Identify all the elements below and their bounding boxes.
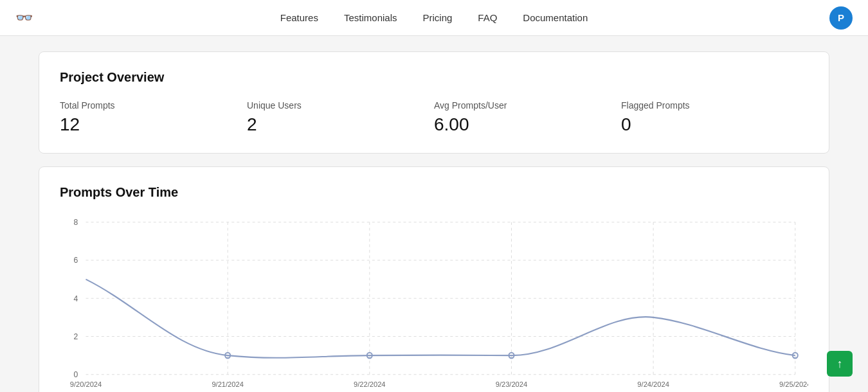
nav-documentation[interactable]: Documentation bbox=[523, 12, 588, 23]
main-content: Project Overview Total Prompts 12 Unique… bbox=[0, 36, 868, 392]
svg-text:9/21/2024: 9/21/2024 bbox=[212, 380, 244, 388]
nav-faq[interactable]: FAQ bbox=[478, 12, 497, 23]
chart-card: Prompts Over Time bbox=[39, 166, 829, 392]
navbar: 👓 Features Testimonials Pricing FAQ Docu… bbox=[0, 0, 868, 36]
stat-unique-users-value: 2 bbox=[247, 114, 434, 135]
nav-features[interactable]: Features bbox=[280, 12, 318, 23]
svg-text:9/24/2024: 9/24/2024 bbox=[637, 380, 669, 388]
svg-text:9/20/2024: 9/20/2024 bbox=[70, 380, 102, 388]
overview-title: Project Overview bbox=[60, 70, 808, 85]
svg-text:0: 0 bbox=[74, 370, 78, 379]
svg-text:2: 2 bbox=[74, 332, 78, 341]
stat-avg-prompts-label: Avg Prompts/User bbox=[434, 100, 621, 111]
overview-card: Project Overview Total Prompts 12 Unique… bbox=[39, 51, 829, 154]
logo: 👓 bbox=[15, 11, 33, 25]
svg-text:9/23/2024: 9/23/2024 bbox=[496, 380, 528, 388]
stat-avg-prompts-value: 6.00 bbox=[434, 114, 621, 135]
chart-title: Prompts Over Time bbox=[60, 185, 808, 200]
stat-total-prompts: Total Prompts 12 bbox=[60, 100, 247, 135]
scroll-top-button[interactable]: ↑ bbox=[827, 351, 853, 377]
stat-unique-users-label: Unique Users bbox=[247, 100, 434, 111]
svg-text:6: 6 bbox=[74, 256, 78, 265]
svg-text:8: 8 bbox=[74, 218, 78, 227]
stat-avg-prompts: Avg Prompts/User 6.00 bbox=[434, 100, 621, 135]
svg-text:9/22/2024: 9/22/2024 bbox=[354, 380, 386, 388]
stat-unique-users: Unique Users 2 bbox=[247, 100, 434, 135]
logo-icon: 👓 bbox=[15, 11, 33, 25]
stat-flagged-prompts: Flagged Prompts 0 bbox=[621, 100, 808, 135]
stat-flagged-prompts-value: 0 bbox=[621, 114, 808, 135]
stat-flagged-prompts-label: Flagged Prompts bbox=[621, 100, 808, 111]
svg-text:9/25/2024: 9/25/2024 bbox=[779, 380, 808, 388]
stats-row: Total Prompts 12 Unique Users 2 Avg Prom… bbox=[60, 100, 808, 135]
nav-testimonials[interactable]: Testimonials bbox=[344, 12, 397, 23]
avatar[interactable]: P bbox=[829, 6, 853, 30]
stat-total-prompts-value: 12 bbox=[60, 114, 247, 135]
chart-svg: 8 6 4 2 0 9/20/2024 9/21/2024 9/22/2024 … bbox=[60, 215, 808, 392]
chart-container: 8 6 4 2 0 9/20/2024 9/21/2024 9/22/2024 … bbox=[60, 215, 808, 392]
svg-text:4: 4 bbox=[74, 294, 78, 303]
nav-menu: Features Testimonials Pricing FAQ Docume… bbox=[280, 12, 588, 23]
nav-pricing[interactable]: Pricing bbox=[422, 12, 452, 23]
stat-total-prompts-label: Total Prompts bbox=[60, 100, 247, 111]
